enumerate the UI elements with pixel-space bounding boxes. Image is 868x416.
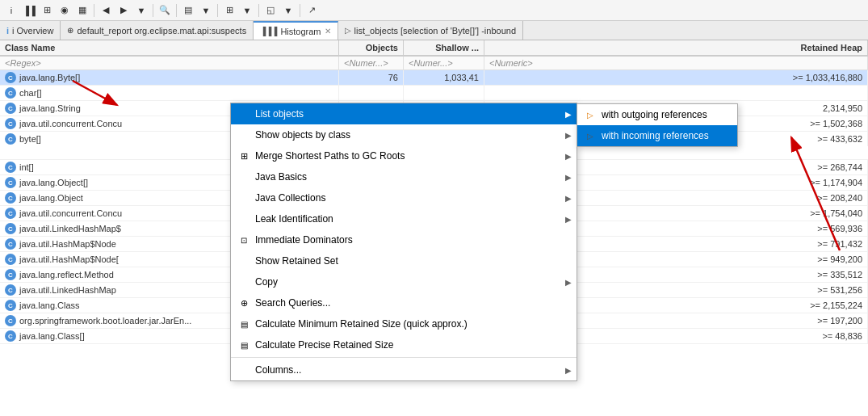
dd1[interactable]: ▼: [133, 2, 149, 19]
ctx-java-collections[interactable]: Java Collections ▶: [231, 187, 577, 208]
tab-histogram-close[interactable]: ✕: [325, 27, 331, 36]
cell-classname: char[]: [0, 86, 339, 100]
ctx-calc-min-icon: ▤: [237, 317, 250, 330]
sub-incoming[interactable]: ▷ with incoming references: [577, 125, 737, 146]
tab-list-objects[interactable]: ▷ list_objects [selection of 'Byte[]'] -…: [338, 21, 523, 40]
class-icon: [5, 238, 16, 250]
table-row[interactable]: char[]: [0, 86, 868, 101]
sub-incoming-icon: ▷: [584, 129, 597, 142]
export-btn[interactable]: ↗: [304, 2, 320, 19]
tab-overview-label: i Overview: [12, 26, 53, 36]
ctx-leak-id[interactable]: Leak Identification ▶: [231, 208, 577, 229]
ctx-arrow-coll: ▶: [565, 194, 572, 203]
ctx-leak-icon: [237, 212, 250, 225]
ctx-arrow-copy: ▶: [565, 278, 572, 287]
ctx-java-basics[interactable]: Java Basics ▶: [231, 166, 577, 187]
class-icon: [5, 315, 16, 326]
col-objects: Objects: [339, 40, 404, 55]
new-btn[interactable]: ⊞: [221, 2, 237, 19]
ctx-search[interactable]: ⊕ Search Queries...: [231, 292, 577, 313]
sep3: [176, 4, 177, 17]
tab-report-label: default_report org.eclipse.mat.api:suspe…: [77, 26, 246, 36]
filter-classname[interactable]: <Regex>: [0, 57, 339, 69]
tab-histogram[interactable]: ▐▐▐ Histogram ✕: [254, 21, 338, 40]
class-icon: [5, 192, 16, 204]
col-classname: Class Name: [0, 40, 339, 55]
info-btn[interactable]: i: [3, 2, 19, 19]
filter-shallow[interactable]: <Numer...>: [404, 57, 484, 69]
ctx-retained-icon: [237, 254, 250, 267]
ctx-copy-icon: [237, 275, 250, 288]
histogram-btn[interactable]: ▐▐: [21, 2, 37, 19]
class-icon: [5, 87, 16, 99]
ctx-arrow-list-objects: ▶: [565, 110, 572, 119]
ctx-java-basics-icon: [237, 170, 250, 183]
tab-list-label: list_objects [selection of 'Byte[]'] -in…: [354, 26, 516, 36]
dd3[interactable]: ▼: [239, 2, 255, 19]
cell-retained: >= 1,033,416,880: [484, 70, 868, 85]
tabs-bar: i i Overview ⊕ default_report org.eclips…: [0, 21, 868, 40]
tab-overview[interactable]: i i Overview: [0, 21, 61, 40]
ctx-merge-shortest[interactable]: ⊞ Merge Shortest Paths to GC Roots ▶: [231, 145, 577, 166]
ctx-calc-precise[interactable]: ▤ Calculate Precise Retained Size: [231, 334, 577, 355]
tab-histogram-icon: ▐▐▐: [260, 27, 277, 36]
sep2: [153, 4, 153, 17]
ctx-list-objects-icon: [237, 107, 250, 120]
ctx-columns[interactable]: Columns... ▶: [231, 359, 577, 380]
dd4[interactable]: ▼: [280, 2, 296, 19]
resize-btn[interactable]: ◱: [262, 2, 279, 19]
sub-outgoing[interactable]: ▷ with outgoing references: [577, 104, 737, 125]
context-menu: List objects ▶ Show objects by class ▶ ⊞…: [230, 103, 577, 381]
class-icon: [5, 177, 16, 188]
main-toolbar: i ▐▐ ⊞ ◉ ▦ ◀ ▶ ▼ 🔍 ▤ ▼ ⊞ ▼ ◱ ▼ ↗: [0, 0, 868, 21]
class-icon: [5, 330, 16, 342]
col-retained: Retained Heap: [484, 40, 868, 55]
ctx-arrow-leak: ▶: [565, 215, 572, 224]
ctx-immediate-dom[interactable]: ⊡ Immediate Dominators: [231, 229, 577, 250]
dominator-btn[interactable]: ⊞: [39, 2, 55, 19]
class-icon: [5, 269, 16, 280]
class-icon: [5, 208, 16, 219]
search-btn[interactable]: 🔍: [157, 2, 173, 19]
filter-objects[interactable]: <Numer...>: [339, 57, 404, 69]
ctx-calc-precise-icon: ▤: [237, 338, 250, 351]
sep6: [300, 4, 300, 17]
table-row[interactable]: java.lang.Byte[] 76 1,033,41 >= 1,033,41…: [0, 70, 868, 86]
tab-report-icon: ⊕: [67, 26, 73, 35]
class-icon: [5, 300, 16, 311]
dd2[interactable]: ▼: [198, 2, 214, 19]
cell-shallow: [404, 86, 484, 100]
sub-outgoing-icon: ▷: [584, 108, 597, 121]
class-icon: [5, 103, 16, 114]
ctx-calc-min[interactable]: ▤ Calculate Minimum Retained Size (quick…: [231, 313, 577, 334]
ctx-merge-icon: ⊞: [237, 149, 250, 162]
cell-classname: java.lang.Byte[]: [0, 70, 339, 85]
class-icon: [5, 284, 16, 296]
ctx-show-by-class[interactable]: Show objects by class ▶: [231, 124, 577, 145]
filter-retained[interactable]: <Numeric>: [484, 57, 868, 69]
tab-list-icon: ▷: [345, 26, 351, 35]
tab-report[interactable]: ⊕ default_report org.eclipse.mat.api:sus…: [61, 21, 254, 40]
sep1: [94, 4, 94, 17]
ctx-arrow-merge: ▶: [565, 152, 572, 161]
class-icon: [5, 223, 16, 234]
oql2-btn[interactable]: ▦: [74, 2, 90, 19]
back-btn[interactable]: ◀: [98, 2, 114, 19]
sep5: [258, 4, 259, 17]
ctx-collections-icon: [237, 191, 250, 204]
layout-btn[interactable]: ▤: [180, 2, 196, 19]
ctx-separator: [231, 357, 577, 358]
ctx-arrow-basics: ▶: [565, 173, 572, 182]
submenu-list-objects: ▷ with outgoing references ▷ with incomi…: [577, 103, 738, 147]
ctx-search-icon: ⊕: [237, 296, 250, 309]
ctx-dom-icon: ⊡: [237, 233, 250, 246]
ctx-show-retained[interactable]: Show Retained Set: [231, 250, 577, 271]
cell-shallow: 1,033,41: [404, 70, 484, 85]
oql-btn[interactable]: ◉: [57, 2, 73, 19]
forward-btn[interactable]: ▶: [115, 2, 132, 19]
ctx-columns-icon: [237, 363, 250, 376]
ctx-arrow-show: ▶: [565, 131, 572, 140]
ctx-copy[interactable]: Copy ▶: [231, 271, 577, 292]
class-icon: [5, 72, 16, 83]
ctx-list-objects[interactable]: List objects ▶: [231, 103, 577, 124]
